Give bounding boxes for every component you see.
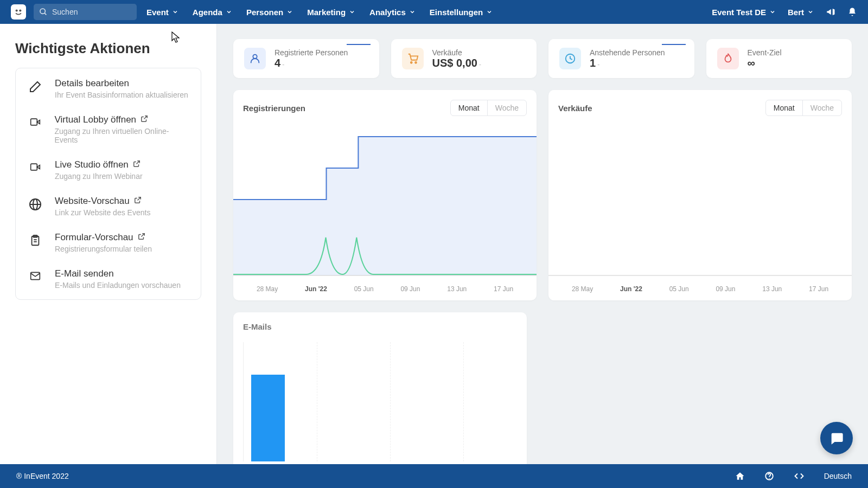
- external-link-icon: [141, 114, 148, 125]
- chart-canvas: [548, 124, 852, 281]
- toggle-month[interactable]: Monat: [766, 100, 803, 115]
- action-title: Website-Vorschau: [55, 196, 150, 207]
- action-title: Live Studio öffnen: [55, 159, 143, 170]
- chevron-down-icon: [286, 9, 293, 15]
- action-subtitle: Registrierungsformular teilen: [55, 245, 152, 253]
- time-toggle: Monat Woche: [765, 100, 842, 116]
- stat-label: Verkäufe: [432, 48, 526, 57]
- action-title: Details bearbeiten: [55, 78, 188, 89]
- chevron-down-icon: [409, 9, 416, 15]
- action-item[interactable]: E-Mail senden E-Mails und Einladungen vo…: [16, 261, 201, 297]
- svg-point-16: [253, 55, 257, 59]
- app-logo[interactable]: [11, 4, 26, 20]
- x-axis: 28 May Jun '22 05 Jun 09 Jun 13 Jun 17 J…: [233, 281, 537, 293]
- stat-card[interactable]: Event-Ziel ∞: [706, 39, 852, 78]
- svg-rect-6: [31, 164, 37, 170]
- nav-analytics[interactable]: Analytics: [369, 8, 416, 17]
- svg-point-17: [410, 62, 412, 63]
- sparkline: [347, 44, 371, 52]
- stat-card[interactable]: Verkäufe US$ 0,00-: [391, 39, 537, 78]
- svg-line-3: [44, 13, 46, 15]
- chat-launcher[interactable]: [820, 422, 853, 454]
- svg-point-18: [415, 62, 417, 63]
- main-content: Registrierte Personen 4- Verkäufe US$ 0,…: [217, 24, 868, 464]
- chevron-down-icon: [349, 9, 355, 15]
- chevron-down-icon: [807, 9, 814, 15]
- bell-icon[interactable]: [847, 7, 857, 17]
- chart-sales: Verkäufe Monat Woche 28 May Jun '22 05 J…: [548, 90, 852, 300]
- stat-value: 4-: [275, 57, 368, 69]
- sparkline: [662, 44, 686, 52]
- action-item[interactable]: Details bearbeiten Ihr Event Basisinform…: [16, 70, 201, 107]
- stat-label: Event-Ziel: [748, 48, 841, 57]
- user-menu[interactable]: Bert: [788, 8, 814, 17]
- chart-canvas: [233, 124, 537, 281]
- external-link-icon: [134, 196, 142, 207]
- sidebar: Wichtigste Aktionen Details bearbeiten I…: [0, 24, 217, 464]
- code-icon[interactable]: [794, 471, 805, 481]
- action-subtitle: Zugang zu Ihren virtuellen Online-Events: [54, 127, 190, 144]
- action-subtitle: Ihr Event Basisinformation aktualisieren: [55, 91, 188, 99]
- megaphone-icon[interactable]: [826, 7, 835, 17]
- action-item[interactable]: Live Studio öffnen Zugang zu Ihrem Webin…: [16, 152, 201, 188]
- svg-point-23: [769, 478, 770, 479]
- time-toggle: Monat Woche: [450, 100, 527, 116]
- svg-point-2: [40, 9, 45, 14]
- toggle-week[interactable]: Woche: [803, 100, 841, 115]
- sidebar-title: Wichtigste Aktionen: [15, 40, 201, 57]
- chevron-down-icon: [769, 9, 776, 15]
- chat-icon: [829, 431, 844, 446]
- right-nav: Event Test DE Bert: [712, 7, 857, 17]
- language-selector[interactable]: Deutsch: [824, 472, 852, 480]
- nav-einstellungen[interactable]: Einstellungen: [430, 8, 493, 17]
- action-subtitle: Link zur Website des Events: [55, 208, 150, 217]
- svg-point-1: [19, 9, 21, 11]
- stat-card[interactable]: Anstehende Personen 1-: [548, 39, 694, 78]
- chart-title: E-Mails: [243, 322, 517, 331]
- action-title: Virtual Lobby öffnen: [54, 114, 190, 125]
- svg-point-0: [16, 9, 18, 11]
- clipboard-icon: [27, 234, 44, 247]
- actions-list: Details bearbeiten Ihr Event Basisinform…: [15, 68, 201, 300]
- stat-value: ∞: [748, 57, 841, 69]
- edit-icon: [27, 80, 44, 93]
- help-icon[interactable]: [764, 471, 774, 481]
- event-selector[interactable]: Event Test DE: [712, 8, 776, 17]
- search-input[interactable]: [34, 4, 137, 20]
- action-item[interactable]: Formular-Vorschau Registrierungsformular…: [16, 224, 201, 261]
- chevron-down-icon: [172, 9, 178, 15]
- chart-canvas: [243, 342, 517, 461]
- action-item[interactable]: Website-Vorschau Link zur Website des Ev…: [16, 188, 201, 224]
- nav-personen[interactable]: Personen: [246, 8, 293, 17]
- action-title: Formular-Vorschau: [55, 232, 152, 243]
- fire-icon: [717, 48, 739, 69]
- action-item[interactable]: Virtual Lobby öffnen Zugang zu Ihren vir…: [16, 107, 201, 152]
- video-icon: [27, 162, 44, 172]
- stat-value: US$ 0,00-: [432, 57, 526, 69]
- chart-emails: E-Mails: [233, 312, 527, 464]
- top-nav: Event Agenda Personen Marketing Analytic…: [0, 0, 868, 24]
- action-subtitle: Zugang zu Ihrem Webinar: [55, 172, 143, 181]
- svg-rect-4: [30, 119, 37, 125]
- mail-icon: [27, 271, 44, 281]
- footer-bar: ® InEvent 2022 Deutsch: [0, 464, 868, 488]
- cart-icon: [402, 48, 424, 69]
- user-icon: [244, 48, 266, 69]
- nav-event[interactable]: Event: [146, 8, 178, 17]
- copyright: ® InEvent 2022: [16, 472, 69, 480]
- toggle-week[interactable]: Woche: [488, 100, 526, 115]
- toggle-month[interactable]: Monat: [451, 100, 488, 115]
- chevron-down-icon: [226, 9, 232, 15]
- chart-registrations: Registrierungen Monat Woche 28 May: [233, 90, 537, 300]
- search-icon: [39, 8, 48, 16]
- external-link-icon: [133, 159, 141, 170]
- action-subtitle: E-Mails und Einladungen vorschauen: [55, 281, 181, 290]
- nav-marketing[interactable]: Marketing: [307, 8, 355, 17]
- nav-agenda[interactable]: Agenda: [193, 8, 232, 17]
- clock-icon: [559, 48, 581, 69]
- home-icon[interactable]: [735, 471, 745, 481]
- external-link-icon: [138, 232, 145, 243]
- stat-card[interactable]: Registrierte Personen 4-: [233, 39, 379, 78]
- search-wrap: [34, 4, 137, 20]
- video-icon: [27, 117, 43, 127]
